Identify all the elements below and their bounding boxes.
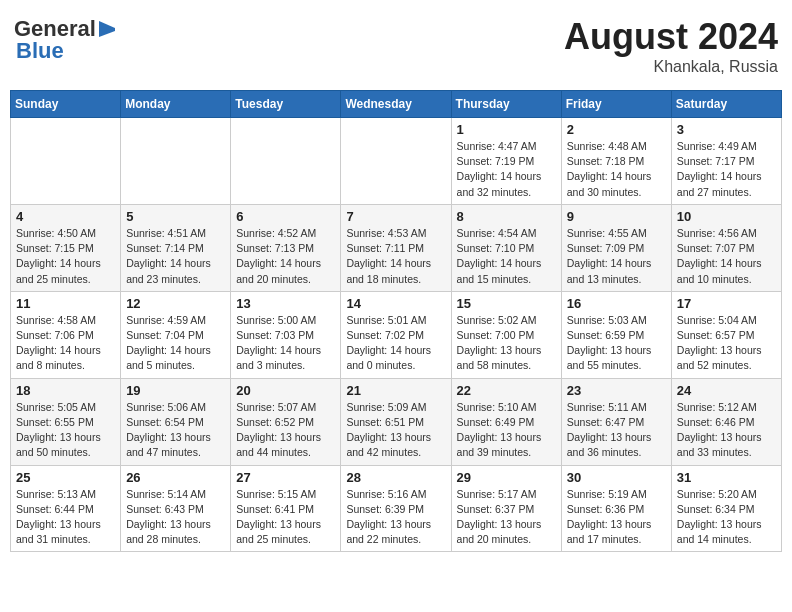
- day-number: 24: [677, 383, 776, 398]
- week-row-5: 25Sunrise: 5:13 AM Sunset: 6:44 PM Dayli…: [11, 465, 782, 552]
- calendar-cell: 28Sunrise: 5:16 AM Sunset: 6:39 PM Dayli…: [341, 465, 451, 552]
- day-number: 11: [16, 296, 115, 311]
- day-number: 17: [677, 296, 776, 311]
- day-detail: Sunrise: 5:19 AM Sunset: 6:36 PM Dayligh…: [567, 487, 666, 548]
- day-detail: Sunrise: 5:10 AM Sunset: 6:49 PM Dayligh…: [457, 400, 556, 461]
- day-detail: Sunrise: 4:47 AM Sunset: 7:19 PM Dayligh…: [457, 139, 556, 200]
- calendar-cell: 25Sunrise: 5:13 AM Sunset: 6:44 PM Dayli…: [11, 465, 121, 552]
- week-row-2: 4Sunrise: 4:50 AM Sunset: 7:15 PM Daylig…: [11, 204, 782, 291]
- calendar-subtitle: Khankala, Russia: [564, 58, 778, 76]
- day-number: 5: [126, 209, 225, 224]
- day-detail: Sunrise: 5:06 AM Sunset: 6:54 PM Dayligh…: [126, 400, 225, 461]
- calendar-cell: 30Sunrise: 5:19 AM Sunset: 6:36 PM Dayli…: [561, 465, 671, 552]
- day-detail: Sunrise: 5:13 AM Sunset: 6:44 PM Dayligh…: [16, 487, 115, 548]
- day-number: 15: [457, 296, 556, 311]
- day-detail: Sunrise: 5:03 AM Sunset: 6:59 PM Dayligh…: [567, 313, 666, 374]
- day-number: 14: [346, 296, 445, 311]
- day-detail: Sunrise: 4:55 AM Sunset: 7:09 PM Dayligh…: [567, 226, 666, 287]
- day-number: 27: [236, 470, 335, 485]
- day-detail: Sunrise: 5:12 AM Sunset: 6:46 PM Dayligh…: [677, 400, 776, 461]
- page-header: General Blue August 2024 Khankala, Russi…: [10, 10, 782, 82]
- day-detail: Sunrise: 4:53 AM Sunset: 7:11 PM Dayligh…: [346, 226, 445, 287]
- calendar-cell: [121, 118, 231, 205]
- day-number: 2: [567, 122, 666, 137]
- calendar-cell: 20Sunrise: 5:07 AM Sunset: 6:52 PM Dayli…: [231, 378, 341, 465]
- header-wednesday: Wednesday: [341, 91, 451, 118]
- calendar-table: SundayMondayTuesdayWednesdayThursdayFrid…: [10, 90, 782, 552]
- calendar-cell: 13Sunrise: 5:00 AM Sunset: 7:03 PM Dayli…: [231, 291, 341, 378]
- logo-bird-icon: [97, 19, 115, 39]
- day-number: 10: [677, 209, 776, 224]
- calendar-cell: 8Sunrise: 4:54 AM Sunset: 7:10 PM Daylig…: [451, 204, 561, 291]
- day-number: 6: [236, 209, 335, 224]
- header-sunday: Sunday: [11, 91, 121, 118]
- calendar-cell: 9Sunrise: 4:55 AM Sunset: 7:09 PM Daylig…: [561, 204, 671, 291]
- day-detail: Sunrise: 4:49 AM Sunset: 7:17 PM Dayligh…: [677, 139, 776, 200]
- day-detail: Sunrise: 5:00 AM Sunset: 7:03 PM Dayligh…: [236, 313, 335, 374]
- days-header-row: SundayMondayTuesdayWednesdayThursdayFrid…: [11, 91, 782, 118]
- header-monday: Monday: [121, 91, 231, 118]
- calendar-cell: 16Sunrise: 5:03 AM Sunset: 6:59 PM Dayli…: [561, 291, 671, 378]
- day-detail: Sunrise: 5:17 AM Sunset: 6:37 PM Dayligh…: [457, 487, 556, 548]
- day-number: 13: [236, 296, 335, 311]
- header-friday: Friday: [561, 91, 671, 118]
- calendar-cell: 19Sunrise: 5:06 AM Sunset: 6:54 PM Dayli…: [121, 378, 231, 465]
- day-number: 18: [16, 383, 115, 398]
- day-number: 25: [16, 470, 115, 485]
- day-detail: Sunrise: 5:16 AM Sunset: 6:39 PM Dayligh…: [346, 487, 445, 548]
- day-number: 30: [567, 470, 666, 485]
- day-number: 23: [567, 383, 666, 398]
- header-saturday: Saturday: [671, 91, 781, 118]
- calendar-cell: 17Sunrise: 5:04 AM Sunset: 6:57 PM Dayli…: [671, 291, 781, 378]
- day-number: 19: [126, 383, 225, 398]
- calendar-title: August 2024: [564, 16, 778, 58]
- calendar-cell: 22Sunrise: 5:10 AM Sunset: 6:49 PM Dayli…: [451, 378, 561, 465]
- day-number: 29: [457, 470, 556, 485]
- day-number: 4: [16, 209, 115, 224]
- day-detail: Sunrise: 4:54 AM Sunset: 7:10 PM Dayligh…: [457, 226, 556, 287]
- calendar-cell: 3Sunrise: 4:49 AM Sunset: 7:17 PM Daylig…: [671, 118, 781, 205]
- day-detail: Sunrise: 5:07 AM Sunset: 6:52 PM Dayligh…: [236, 400, 335, 461]
- calendar-cell: 6Sunrise: 4:52 AM Sunset: 7:13 PM Daylig…: [231, 204, 341, 291]
- day-number: 1: [457, 122, 556, 137]
- calendar-cell: 26Sunrise: 5:14 AM Sunset: 6:43 PM Dayli…: [121, 465, 231, 552]
- calendar-cell: 24Sunrise: 5:12 AM Sunset: 6:46 PM Dayli…: [671, 378, 781, 465]
- day-detail: Sunrise: 5:02 AM Sunset: 7:00 PM Dayligh…: [457, 313, 556, 374]
- day-detail: Sunrise: 5:01 AM Sunset: 7:02 PM Dayligh…: [346, 313, 445, 374]
- calendar-cell: 5Sunrise: 4:51 AM Sunset: 7:14 PM Daylig…: [121, 204, 231, 291]
- calendar-cell: 21Sunrise: 5:09 AM Sunset: 6:51 PM Dayli…: [341, 378, 451, 465]
- calendar-cell: [11, 118, 121, 205]
- day-detail: Sunrise: 5:15 AM Sunset: 6:41 PM Dayligh…: [236, 487, 335, 548]
- header-thursday: Thursday: [451, 91, 561, 118]
- day-number: 9: [567, 209, 666, 224]
- week-row-3: 11Sunrise: 4:58 AM Sunset: 7:06 PM Dayli…: [11, 291, 782, 378]
- day-number: 8: [457, 209, 556, 224]
- day-number: 20: [236, 383, 335, 398]
- calendar-cell: 27Sunrise: 5:15 AM Sunset: 6:41 PM Dayli…: [231, 465, 341, 552]
- day-detail: Sunrise: 5:09 AM Sunset: 6:51 PM Dayligh…: [346, 400, 445, 461]
- calendar-cell: [231, 118, 341, 205]
- day-number: 12: [126, 296, 225, 311]
- calendar-cell: 23Sunrise: 5:11 AM Sunset: 6:47 PM Dayli…: [561, 378, 671, 465]
- calendar-cell: 15Sunrise: 5:02 AM Sunset: 7:00 PM Dayli…: [451, 291, 561, 378]
- day-number: 28: [346, 470, 445, 485]
- svg-marker-0: [99, 21, 115, 37]
- day-number: 26: [126, 470, 225, 485]
- calendar-cell: [341, 118, 451, 205]
- day-detail: Sunrise: 4:52 AM Sunset: 7:13 PM Dayligh…: [236, 226, 335, 287]
- day-number: 22: [457, 383, 556, 398]
- day-detail: Sunrise: 5:11 AM Sunset: 6:47 PM Dayligh…: [567, 400, 666, 461]
- day-detail: Sunrise: 4:56 AM Sunset: 7:07 PM Dayligh…: [677, 226, 776, 287]
- calendar-cell: 11Sunrise: 4:58 AM Sunset: 7:06 PM Dayli…: [11, 291, 121, 378]
- calendar-cell: 4Sunrise: 4:50 AM Sunset: 7:15 PM Daylig…: [11, 204, 121, 291]
- day-detail: Sunrise: 4:51 AM Sunset: 7:14 PM Dayligh…: [126, 226, 225, 287]
- calendar-cell: 31Sunrise: 5:20 AM Sunset: 6:34 PM Dayli…: [671, 465, 781, 552]
- day-detail: Sunrise: 4:59 AM Sunset: 7:04 PM Dayligh…: [126, 313, 225, 374]
- day-detail: Sunrise: 5:05 AM Sunset: 6:55 PM Dayligh…: [16, 400, 115, 461]
- calendar-cell: 18Sunrise: 5:05 AM Sunset: 6:55 PM Dayli…: [11, 378, 121, 465]
- calendar-cell: 7Sunrise: 4:53 AM Sunset: 7:11 PM Daylig…: [341, 204, 451, 291]
- day-detail: Sunrise: 4:58 AM Sunset: 7:06 PM Dayligh…: [16, 313, 115, 374]
- calendar-cell: 12Sunrise: 4:59 AM Sunset: 7:04 PM Dayli…: [121, 291, 231, 378]
- logo: General Blue: [14, 16, 115, 64]
- title-block: August 2024 Khankala, Russia: [564, 16, 778, 76]
